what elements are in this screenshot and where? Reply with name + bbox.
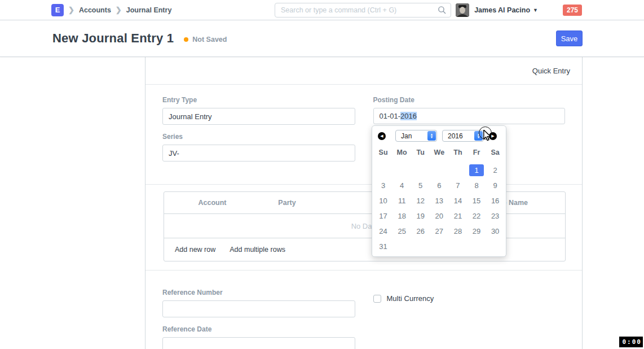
notifications-badge[interactable]: 275	[563, 5, 582, 16]
calendar-grid: 1234567891011121314151617181920212223242…	[372, 163, 506, 254]
page-header: New Journal Entry 1 Not Saved Save	[0, 20, 644, 57]
day-21[interactable]: 21	[448, 208, 467, 224]
weekday-fr: Fr	[467, 147, 486, 158]
search-input[interactable]	[275, 3, 451, 18]
selected-day[interactable]: 1	[469, 164, 484, 176]
multi-currency-checkbox[interactable]	[373, 295, 381, 303]
multi-currency-label: Multi Currency	[387, 294, 434, 303]
reference-number-input[interactable]	[162, 300, 355, 317]
status-indicator: Not Saved	[184, 36, 227, 43]
day-22[interactable]: 22	[467, 208, 486, 224]
day-24[interactable]: 24	[374, 224, 392, 239]
user-menu[interactable]: James Al Pacino	[474, 6, 530, 14]
selected-text: 2016	[400, 112, 417, 120]
datepicker-popup: ◀ Jan ▲▼ 2016 ▲▼ ▶ SuMoTuWeThFrSa 123456…	[372, 125, 506, 257]
day-blank	[411, 163, 430, 178]
weekday-mo: Mo	[392, 147, 411, 158]
chevron-right-icon: ❯	[116, 6, 122, 14]
breadcrumb: E ❯Accounts❯Journal Entry	[51, 4, 171, 16]
search-icon	[438, 6, 447, 15]
day-3[interactable]: 3	[374, 178, 392, 193]
day-blank	[486, 239, 505, 254]
day-5[interactable]: 5	[411, 178, 430, 193]
recording-timer: 0:00	[619, 337, 643, 347]
weekday-tu: Tu	[411, 147, 430, 158]
status-text: Not Saved	[192, 36, 227, 43]
day-14[interactable]: 14	[448, 193, 467, 208]
entry-type-label: Entry Type	[162, 96, 355, 104]
day-15[interactable]: 15	[467, 193, 486, 208]
weekday-header-row: SuMoTuWeThFrSa	[372, 147, 506, 158]
column-account: Account	[180, 192, 245, 213]
day-10[interactable]: 10	[374, 193, 392, 208]
day-blank	[430, 163, 448, 178]
posting-date-input[interactable]: 01-01-2016	[373, 108, 566, 124]
day-13[interactable]: 13	[430, 193, 448, 208]
day-8[interactable]: 8	[467, 178, 486, 193]
breadcrumb-item-accounts[interactable]: Accounts	[79, 6, 111, 14]
day-23[interactable]: 23	[486, 208, 505, 224]
day-blank	[448, 163, 467, 178]
reference-date-label: Reference Date	[162, 325, 355, 333]
add-multiple-rows-button[interactable]: Add multiple rows	[230, 246, 285, 254]
entry-type-input[interactable]: Journal Entry	[162, 108, 355, 125]
previous-month-button[interactable]: ◀	[378, 132, 386, 140]
series-input[interactable]: JV-	[162, 145, 355, 162]
day-17[interactable]: 17	[374, 208, 392, 224]
day-7[interactable]: 7	[448, 178, 467, 193]
column-blank	[530, 192, 565, 213]
reference-date-input[interactable]	[162, 337, 355, 349]
status-dot-icon	[184, 37, 188, 42]
day-blank	[411, 239, 430, 254]
day-30[interactable]: 30	[486, 224, 505, 239]
breadcrumb-item-journal-entry[interactable]: Journal Entry	[126, 6, 172, 14]
day-blank	[467, 239, 486, 254]
quick-entry-link[interactable]: Quick Entry	[532, 67, 570, 75]
day-11[interactable]: 11	[392, 193, 411, 208]
day-4[interactable]: 4	[392, 178, 411, 193]
day-28[interactable]: 28	[448, 224, 467, 239]
day-9[interactable]: 9	[486, 178, 505, 193]
weekday-we: We	[430, 147, 448, 158]
month-select[interactable]: Jan ▲▼	[395, 130, 437, 142]
day-18[interactable]: 18	[392, 208, 411, 224]
add-new-row-button[interactable]: Add new row	[175, 246, 215, 254]
day-6[interactable]: 6	[430, 178, 448, 193]
chevron-right-icon: ❯	[68, 6, 74, 14]
day-29[interactable]: 29	[467, 224, 486, 239]
day-12[interactable]: 12	[411, 193, 430, 208]
day-blank	[430, 239, 448, 254]
reference-number-label: Reference Number	[162, 289, 355, 296]
weekday-su: Su	[374, 147, 392, 158]
page-title: New Journal Entry 1	[52, 31, 174, 46]
day-26[interactable]: 26	[411, 224, 430, 239]
app-logo[interactable]: E	[51, 4, 64, 16]
day-blank	[374, 163, 392, 178]
top-navbar: E ❯Accounts❯Journal Entry James Al Pacin…	[0, 0, 644, 20]
day-16[interactable]: 16	[486, 193, 505, 208]
year-select[interactable]: 2016 ▲▼	[442, 130, 484, 142]
day-1[interactable]: 1	[467, 163, 486, 178]
series-label: Series	[162, 133, 355, 141]
save-button[interactable]: Save	[556, 30, 583, 46]
day-27[interactable]: 27	[430, 224, 448, 239]
form-card: Quick Entry Entry Type Journal Entry Ser…	[145, 57, 583, 349]
user-avatar[interactable]	[456, 3, 469, 17]
day-19[interactable]: 19	[411, 208, 430, 224]
day-20[interactable]: 20	[430, 208, 448, 224]
day-blank	[392, 239, 411, 254]
chevron-down-icon: ▼	[533, 7, 538, 13]
stepper-icon[interactable]: ▲▼	[427, 131, 436, 141]
posting-date-label: Posting Date	[373, 96, 566, 104]
day-2[interactable]: 2	[486, 163, 505, 178]
weekday-sa: Sa	[486, 147, 505, 158]
day-25[interactable]: 25	[392, 224, 411, 239]
column-blank	[164, 192, 180, 213]
column-party: Party	[245, 192, 329, 213]
day-blank	[448, 239, 467, 254]
mouse-cursor	[483, 130, 493, 141]
day-31[interactable]: 31	[374, 239, 392, 254]
day-blank	[392, 163, 411, 178]
weekday-th: Th	[448, 147, 467, 158]
